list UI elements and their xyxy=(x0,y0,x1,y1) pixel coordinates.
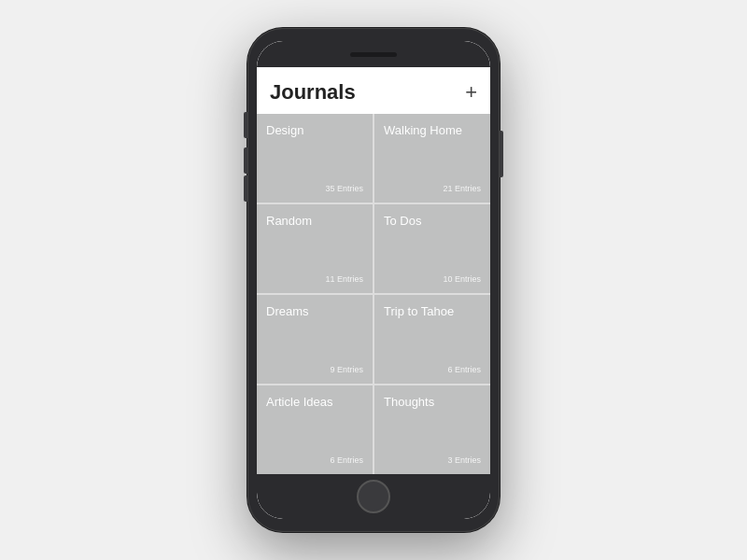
journal-cell-article-ideas[interactable]: Article Ideas6 Entries xyxy=(257,385,373,474)
journals-grid: Design35 EntriesWalking Home21 EntriesRa… xyxy=(257,114,490,474)
journal-cell-thoughts[interactable]: Thoughts3 Entries xyxy=(374,385,490,474)
phone-inner: Journals + Design35 EntriesWalking Home2… xyxy=(257,41,490,519)
journal-entries-random: 11 Entries xyxy=(325,274,363,284)
journal-title-design: Design xyxy=(266,123,363,139)
journal-cell-trip-to-tahoe[interactable]: Trip to Tahoe6 Entries xyxy=(374,295,490,384)
phone-bottom-bar xyxy=(257,474,490,519)
journal-title-article-ideas: Article Ideas xyxy=(266,395,363,411)
journal-entries-article-ideas: 6 Entries xyxy=(330,455,363,465)
home-button[interactable] xyxy=(357,480,390,513)
journal-cell-to-dos[interactable]: To Dos10 Entries xyxy=(374,204,490,293)
journal-entries-thoughts: 3 Entries xyxy=(447,455,481,465)
journal-entries-trip-to-tahoe: 6 Entries xyxy=(447,365,481,374)
add-journal-button[interactable]: + xyxy=(465,82,477,103)
journal-title-to-dos: To Dos xyxy=(384,214,481,230)
journal-title-random: Random xyxy=(266,214,363,230)
journal-entries-dreams: 9 Entries xyxy=(330,365,363,374)
journal-title-thoughts: Thoughts xyxy=(384,395,481,411)
journal-entries-walking-home: 21 Entries xyxy=(443,184,481,193)
journal-cell-dreams[interactable]: Dreams9 Entries xyxy=(257,295,373,384)
phone-frame: Journals + Design35 EntriesWalking Home2… xyxy=(247,28,500,532)
journal-cell-walking-home[interactable]: Walking Home21 Entries xyxy=(374,114,490,203)
app-title: Journals xyxy=(270,80,356,105)
journal-title-trip-to-tahoe: Trip to Tahoe xyxy=(384,304,481,320)
journal-title-dreams: Dreams xyxy=(266,304,363,320)
journal-entries-design: 35 Entries xyxy=(325,184,363,193)
phone-top-bar xyxy=(257,41,490,67)
journal-entries-to-dos: 10 Entries xyxy=(443,274,481,284)
phone-speaker xyxy=(350,52,397,57)
journal-cell-design[interactable]: Design35 Entries xyxy=(257,114,373,203)
phone-screen: Journals + Design35 EntriesWalking Home2… xyxy=(257,67,490,474)
journal-title-walking-home: Walking Home xyxy=(384,123,481,139)
journal-cell-random[interactable]: Random11 Entries xyxy=(257,204,373,293)
app-header: Journals + xyxy=(257,67,490,114)
